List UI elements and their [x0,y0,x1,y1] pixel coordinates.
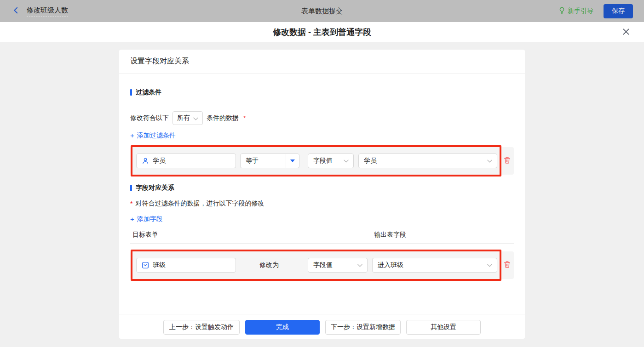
match-mode-value: 所有 [177,114,190,122]
sentence-suffix: 条件的数据 [207,114,239,122]
beginner-guide-label: 新手引导 [568,7,593,15]
modify-data-dialog: 修改数据 - 主表到普通字段 设置字段对应关系 过滤条件 修改符合以下 [0,22,644,347]
mapping-value-select[interactable]: 进入班级 [372,258,497,273]
topbar-center-title: 表单数据提交 [0,7,644,16]
mapping-value-type-select[interactable]: 字段值 [308,258,368,273]
filter-section-label: 过滤条件 [136,88,161,97]
delete-mapping-button[interactable] [503,261,511,269]
caret-down-icon [290,159,295,162]
mapping-description-text: 对符合过滤条件的数据，进行以下字段的修改 [135,199,264,208]
section-accent-bar [130,185,132,191]
dropdown-field-icon [142,262,149,269]
trash-icon [503,261,511,270]
other-settings-button[interactable]: 其他设置 [406,320,481,335]
screen: 修改班级人数 表单数据提交 新手引导 保存 修改数据 - 主表到普通字段 [0,0,644,347]
dialog-body: 设置字段对应关系 过滤条件 修改符合以下 所有 [0,43,644,347]
workflow-title: 修改班级人数 [27,6,68,17]
mapping-section-title: 字段对应关系 [130,184,514,192]
topbar: 修改班级人数 表单数据提交 新手引导 保存 [0,0,644,22]
operator-select[interactable]: 等于 [240,154,299,168]
operator-caret-zone [286,154,299,168]
filter-section-title: 过滤条件 [130,88,514,97]
add-field-link[interactable]: + 添加字段 [130,215,163,223]
target-field-value: 班级 [153,261,166,269]
save-button[interactable]: 保存 [604,4,633,18]
dialog-title: 修改数据 - 主表到普通字段 [273,27,371,38]
sentence-prefix: 修改符合以下 [130,114,169,122]
topbar-left: 修改班级人数 [11,6,68,17]
chevron-down-icon [357,264,362,267]
mapping-row-wrapper: 班级 修改为 字段值 进入班级 [130,251,514,279]
required-asterisk: * [243,114,246,122]
mapping-description: * 对符合过滤条件的数据，进行以下字段的修改 [130,199,514,208]
add-field-label: 添加字段 [137,215,163,223]
mapping-column-headers: 目标表单 输出表字段 [130,231,514,244]
match-mode-select[interactable]: 所有 [172,111,203,125]
chevron-down-icon [193,114,198,122]
chevron-down-icon [344,159,349,163]
close-icon [622,28,630,38]
dialog-header: 修改数据 - 主表到普通字段 [0,22,644,43]
section-accent-bar [130,89,132,96]
target-form-column-header: 目标表单 [132,231,158,239]
target-field-select[interactable]: 班级 [136,258,236,273]
trash-icon [503,156,511,166]
value-type-select[interactable]: 字段值 [308,154,354,168]
value-type-value: 字段值 [313,157,333,165]
topbar-right: 新手引导 保存 [558,4,633,18]
back-button[interactable] [11,6,20,16]
filter-field-value: 学员 [153,157,166,165]
compare-value-select[interactable]: 学员 [358,154,497,168]
card-footer: 上一步：设置触发动作 完成 下一步：设置新增数据 其他设置 [119,314,525,339]
output-field-column-header: 输出表字段 [374,231,406,239]
modify-to-label: 修改为 [259,261,282,269]
chevron-down-icon [487,264,492,267]
operator-value: 等于 [246,157,259,165]
filter-row-wrapper: 学员 等于 字段值 [130,147,514,175]
chevron-left-icon [12,6,20,16]
beginner-guide-link[interactable]: 新手引导 [558,7,593,15]
compare-value: 学员 [364,157,377,165]
filter-condition-row: 学员 等于 字段值 [130,147,514,175]
mapping-section-label: 字段对应关系 [136,184,174,192]
plus-icon: + [130,216,134,222]
member-field-icon [142,157,149,165]
prev-step-button[interactable]: 上一步：设置触发动作 [163,320,240,335]
filter-field-select[interactable]: 学员 [136,154,236,168]
settings-card: 设置字段对应关系 过滤条件 修改符合以下 所有 [119,50,525,339]
mapping-value-type-value: 字段值 [313,261,333,269]
add-filter-condition-label: 添加过滤条件 [137,131,176,140]
plus-icon: + [130,132,134,139]
card-content: 过滤条件 修改符合以下 所有 条件的数据 * [119,74,525,314]
close-button[interactable] [621,28,631,38]
required-asterisk: * [130,200,132,207]
done-button[interactable]: 完成 [245,320,320,335]
filter-sentence: 修改符合以下 所有 条件的数据 * [130,111,514,125]
add-filter-condition-link[interactable]: + 添加过滤条件 [130,131,176,140]
card-header-title: 设置字段对应关系 [119,50,525,74]
mapping-row: 班级 修改为 字段值 进入班级 [130,251,514,279]
lightbulb-icon [558,7,565,15]
delete-condition-button[interactable] [503,157,511,165]
mapping-value: 进入班级 [378,261,403,269]
chevron-down-icon [487,159,492,163]
next-step-button[interactable]: 下一步：设置新增数据 [325,320,401,335]
